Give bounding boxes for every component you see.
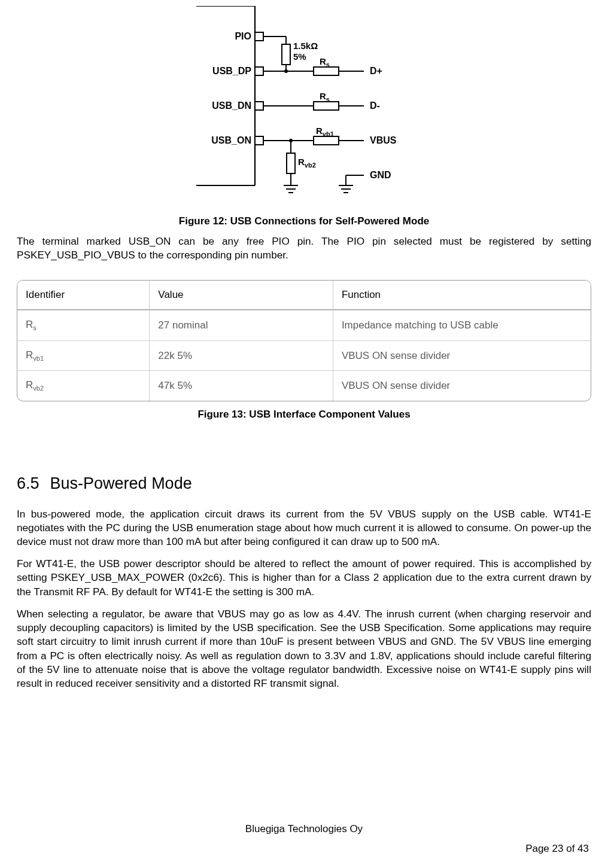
table-row: Rs 27 nominal Impedance matching to USB … (17, 310, 591, 340)
label-dplus: D+ (370, 66, 382, 76)
svg-rect-6 (255, 136, 263, 145)
label-pio: PIO (235, 31, 251, 41)
label-dminus: D- (370, 100, 380, 111)
table-row: Rvb2 47k 5% VBUS ON sense divider (17, 370, 591, 400)
figure12-diagram: PIO USB_DP USB_DN USB_ON 1.5kΩ 5% Rs Rs … (17, 6, 591, 203)
section-title: Bus-Powered Mode (50, 474, 192, 492)
label-5pct: 5% (293, 51, 306, 62)
th-identifier: Identifier (17, 281, 149, 310)
label-usb-dp: USB_DP (212, 66, 251, 76)
label-rvb2: Rvb2 (298, 157, 316, 169)
th-function: Function (333, 281, 591, 310)
footer-page: Page 23 of 43 (525, 843, 589, 855)
figure12-caption: Figure 12: USB Connections for Self-Powe… (17, 215, 591, 227)
label-gnd: GND (370, 170, 391, 180)
th-value: Value (149, 281, 333, 310)
section-heading: 6.5Bus-Powered Mode (17, 474, 591, 493)
svg-rect-5 (255, 102, 263, 110)
svg-rect-20 (314, 136, 339, 145)
label-usb-on: USB_ON (211, 135, 251, 145)
para-usb-on: The terminal marked USB_ON can be any fr… (17, 234, 591, 262)
figure13-caption: Figure 13: USB Interface Component Value… (17, 409, 591, 421)
svg-rect-4 (255, 67, 263, 75)
svg-rect-13 (314, 67, 339, 75)
para-bus1: In bus-powered mode, the application cir… (17, 507, 591, 549)
footer-company: Bluegiga Technologies Oy (0, 823, 608, 835)
label-1.5k: 1.5kΩ (293, 41, 318, 51)
svg-rect-16 (314, 102, 339, 110)
svg-rect-23 (287, 153, 295, 173)
component-table: Identifier Value Function Rs 27 nominal … (17, 280, 591, 401)
label-vbus: VBUS (370, 135, 397, 145)
usb-schematic-svg: PIO USB_DP USB_DN USB_ON 1.5kΩ 5% Rs Rs … (184, 6, 424, 203)
svg-rect-3 (255, 32, 263, 41)
table-row: Rvb1 22k 5% VBUS ON sense divider (17, 340, 591, 370)
para-bus3: When selecting a regulator, be aware tha… (17, 607, 591, 690)
svg-rect-9 (282, 44, 290, 65)
label-usb-dn: USB_DN (212, 100, 251, 111)
section-number: 6.5 (17, 474, 39, 493)
para-bus2: For WT41-E, the USB power descriptor sho… (17, 557, 591, 599)
